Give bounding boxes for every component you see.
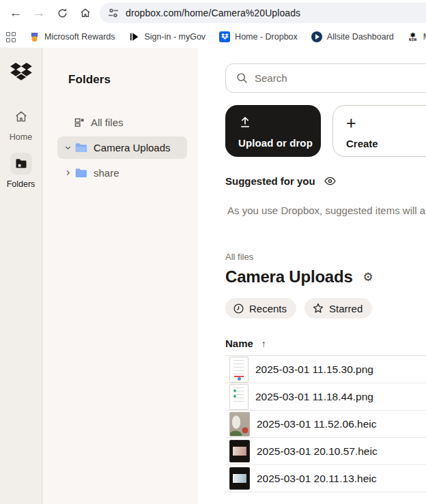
apps-grid-icon[interactable]	[5, 31, 16, 42]
home-icon[interactable]	[74, 1, 97, 25]
breadcrumb[interactable]: All files	[225, 252, 426, 262]
upload-icon	[238, 115, 252, 129]
search-box[interactable]	[225, 63, 426, 93]
clock-icon	[233, 303, 244, 314]
table-row[interactable]: 2025-03-01 11.15.30.png	[225, 356, 426, 383]
suggested-section-header: Suggested for you	[225, 175, 426, 188]
all-files-grid-icon	[74, 117, 85, 128]
file-thumbnail	[229, 357, 248, 383]
sidebar-heading: Folders	[68, 73, 198, 87]
gear-icon[interactable]: ⚙	[363, 271, 373, 283]
address-bar[interactable]: dropbox.com/home/Camera%20Uploads	[100, 3, 426, 23]
forward-icon[interactable]: →	[27, 1, 51, 25]
folder-icon	[74, 142, 87, 153]
plus-icon: +	[346, 115, 426, 132]
home-outline-icon	[14, 109, 29, 124]
file-thumbnail	[229, 384, 248, 410]
rewards-icon	[29, 31, 40, 42]
action-buttons: Upload or drop + Create	[225, 105, 426, 157]
eye-icon[interactable]	[324, 175, 337, 188]
table-header: Name ↑	[225, 338, 426, 356]
file-thumbnail	[229, 440, 250, 462]
bookmark-allsite[interactable]: Allsite Dashboard	[311, 31, 394, 42]
search-icon	[236, 72, 248, 84]
page-title: Camera Uploads	[225, 267, 353, 286]
star-icon	[312, 302, 324, 314]
sidebar-item-all-files[interactable]: All files	[57, 111, 187, 134]
column-name[interactable]: Name	[225, 338, 253, 349]
sort-ascending-icon[interactable]: ↑	[261, 338, 266, 349]
dropbox-icon	[219, 31, 230, 42]
title-row: Camera Uploads ⚙	[225, 267, 426, 286]
upload-or-drop-button[interactable]: Upload or drop	[225, 105, 321, 157]
url-text[interactable]: dropbox.com/home/Camera%20Uploads	[126, 8, 300, 18]
rail-item-folders[interactable]: Folders	[7, 153, 36, 189]
filter-chips: Recents Starred	[225, 298, 426, 318]
chip-recents[interactable]: Recents	[225, 298, 296, 318]
dropbox-logo-icon[interactable]	[10, 63, 32, 83]
back-icon[interactable]: ←	[4, 1, 27, 25]
bookmark-mygov[interactable]: Sign-in - myGov	[129, 31, 206, 42]
site-settings-icon[interactable]	[108, 8, 119, 18]
chevron-down-icon[interactable]	[63, 144, 72, 151]
mygov-icon	[129, 31, 140, 42]
main-content: Upload or drop + Create Suggested for yo…	[198, 48, 426, 504]
rail-item-home[interactable]: Home	[10, 106, 32, 142]
table-row[interactable]: 2025-03-01 20.11.13.heic	[225, 465, 426, 492]
folder-filled-icon	[14, 157, 28, 171]
sidebar-item-label: Camera Uploads	[94, 142, 171, 153]
reload-icon[interactable]	[51, 1, 74, 25]
table-row[interactable]: 2025-03-01 20.10.57.heic	[225, 438, 426, 465]
left-rail: Home Folders	[0, 48, 42, 504]
file-thumbnail	[229, 412, 250, 436]
bookmark-myh-nsw[interactable]: ✱NSW MyH	[408, 31, 426, 42]
sidebar-item-label: share	[94, 167, 119, 179]
bookmark-dropbox[interactable]: Home - Dropbox	[219, 31, 298, 42]
sidebar-item-share[interactable]: share	[57, 162, 187, 184]
folders-sidebar: Folders All files Camera Uploads	[42, 48, 198, 504]
chevron-right-icon[interactable]	[63, 169, 72, 177]
suggested-description: As you use Dropbox, suggested items will…	[225, 205, 426, 216]
search-input[interactable]	[255, 72, 391, 84]
allsite-play-icon	[311, 31, 322, 42]
suggested-title: Suggested for you	[225, 175, 315, 187]
bookmark-microsoft-rewards[interactable]: Microsoft Rewards	[29, 31, 115, 42]
table-row[interactable]: 2025-03-01 11.18.44.png	[225, 383, 426, 411]
folder-icon	[74, 167, 87, 179]
sidebar-item-label: All files	[91, 117, 124, 128]
browser-toolbar: ← → dropbox.com/home/Camera%20Uploads	[0, 0, 426, 26]
bookmarks-bar: Microsoft Rewards Sign-in - myGov Home -…	[0, 26, 426, 48]
sidebar-item-camera-uploads[interactable]: Camera Uploads	[57, 136, 187, 159]
chip-starred[interactable]: Starred	[304, 298, 372, 318]
table-row[interactable]: 2025-03-01 11.52.06.heic	[225, 411, 426, 438]
dropbox-app: Home Folders Folders All files Camera	[0, 48, 426, 504]
file-thumbnail	[229, 467, 250, 490]
nsw-waratah-icon: ✱NSW	[408, 31, 418, 42]
create-button[interactable]: + Create	[332, 105, 426, 157]
